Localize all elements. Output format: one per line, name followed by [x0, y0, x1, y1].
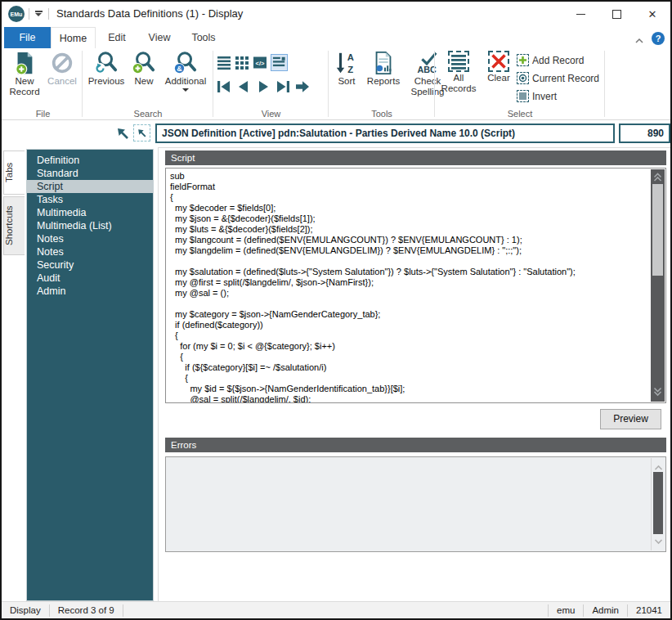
sidebar-item-security[interactable]: Security — [27, 258, 153, 272]
svg-text:Z: Z — [347, 65, 353, 74]
side-tab-shortcuts[interactable]: Shortcuts — [3, 196, 25, 255]
ribbon-tab-row: File Home Edit View Tools ? — [2, 27, 670, 48]
errors-panel-header: Errors — [165, 438, 666, 452]
script-editor[interactable]: sub fieldFormat { my $decoder = $fields[… — [165, 168, 666, 403]
sidebar-item-definition[interactable]: Definition — [27, 154, 153, 167]
collapse-ribbon-icon[interactable] — [634, 34, 644, 42]
maximize-button[interactable] — [598, 2, 634, 26]
sidebar-item-multimedia-list[interactable]: Multimedia (List) — [27, 219, 153, 232]
code-view-icon[interactable]: </> — [253, 55, 268, 70]
title-bar: EMu Standards Data Definitions (1) - Dis… — [2, 2, 670, 26]
search-previous-button[interactable]: Previous — [86, 51, 127, 87]
new-record-label: New Record — [6, 76, 43, 97]
current-record-icon — [517, 72, 529, 84]
clear-icon — [488, 51, 509, 72]
preview-button[interactable]: Preview — [600, 409, 661, 429]
quick-access-dropdown-icon[interactable] — [34, 11, 43, 17]
sidebar-item-multimedia[interactable]: Multimedia — [27, 206, 153, 219]
status-irn: 21041 — [627, 604, 670, 617]
sort-label: Sort — [338, 76, 355, 87]
svg-text:A: A — [347, 52, 354, 62]
errors-scrollbar-thumb[interactable] — [653, 472, 663, 534]
errors-scrollbar[interactable] — [651, 458, 665, 550]
sidebar-list: DefinitionStandardScriptTasksMultimediaM… — [26, 149, 154, 601]
sort-icon: A Z — [334, 51, 359, 75]
new-record-icon — [12, 51, 37, 75]
minimize-icon — [576, 14, 585, 15]
pointer-arrow-icon[interactable] — [115, 126, 130, 144]
tab-view[interactable]: View — [138, 27, 181, 48]
cancel-button[interactable]: Cancel — [45, 51, 79, 87]
sidebar-item-tasks[interactable]: Tasks — [27, 193, 153, 206]
select-mode-icon[interactable] — [133, 124, 150, 142]
sidebar-item-notes[interactable]: Notes — [27, 232, 153, 245]
svg-text:ABC: ABC — [417, 65, 437, 74]
group-label-search: Search — [83, 109, 213, 119]
script-panel-header: Script — [165, 151, 666, 165]
next-record-icon[interactable] — [254, 79, 272, 94]
errors-field[interactable] — [165, 456, 666, 552]
sidebar-item-standard[interactable]: Standard — [27, 167, 153, 180]
group-label-file: File — [3, 109, 83, 119]
invert-selection-button[interactable]: Invert — [517, 89, 557, 103]
script-scrollbar-thumb[interactable] — [652, 184, 663, 276]
grid-view-icon[interactable] — [235, 55, 250, 70]
svg-text:</>: </> — [256, 60, 265, 67]
search-additional-icon: & — [173, 51, 198, 75]
sidebar-item-admin[interactable]: Admin — [27, 285, 153, 298]
add-record-icon — [517, 54, 529, 66]
tab-file[interactable]: File — [4, 27, 51, 48]
side-tab-tabs[interactable]: Tabs — [3, 151, 25, 195]
new-record-button[interactable]: New Record — [6, 51, 43, 97]
clear-label: Clear — [487, 73, 509, 83]
clear-button[interactable]: Clear — [482, 51, 515, 83]
list-view-icon[interactable] — [217, 55, 232, 70]
goto-record-icon[interactable] — [293, 79, 311, 94]
script-scrollbar[interactable] — [651, 169, 665, 402]
scroll-down-icon[interactable] — [651, 385, 665, 400]
sort-button[interactable]: A Z Sort — [330, 51, 363, 87]
ribbon-group-search: Previous New & — [83, 48, 213, 119]
ribbon: New Record Cancel File — [2, 48, 670, 120]
select-mode-arrow-icon — [137, 128, 147, 138]
script-code[interactable]: sub fieldFormat { my $decoder = $fields[… — [166, 168, 665, 403]
details-view-selected[interactable] — [271, 54, 288, 71]
group-label-tools: Tools — [329, 109, 435, 119]
sidebar-item-script[interactable]: Script — [27, 180, 153, 193]
statement-summary[interactable]: JSON Definition [Active] pdn:Salutation … — [155, 124, 615, 143]
ribbon-group-file: New Record Cancel File — [3, 48, 83, 119]
previous-record-icon[interactable] — [235, 79, 253, 94]
status-record-position: Record 3 of 9 — [50, 604, 123, 617]
details-view-icon — [272, 56, 286, 70]
add-record-button[interactable]: Add Record — [517, 53, 584, 67]
all-records-icon — [448, 51, 469, 72]
tab-tools[interactable]: Tools — [181, 27, 226, 48]
titlebar-divider — [48, 8, 49, 20]
reports-label: Reports — [367, 76, 400, 87]
search-additional-button[interactable]: & Additional — [161, 51, 210, 92]
close-icon: ✕ — [648, 9, 657, 20]
search-new-button[interactable]: New — [128, 51, 159, 87]
help-button[interactable]: ? — [652, 32, 665, 45]
sidebar-item-notes[interactable]: Notes — [27, 245, 153, 258]
errors-scroll-down-icon[interactable] — [652, 534, 665, 549]
maximize-icon — [612, 10, 621, 19]
last-record-icon[interactable] — [274, 79, 292, 94]
current-record-button[interactable]: Current Record — [517, 71, 599, 85]
reports-button[interactable]: Reports — [364, 51, 403, 87]
first-record-icon[interactable] — [215, 79, 233, 94]
tab-edit[interactable]: Edit — [96, 27, 138, 48]
cancel-label: Cancel — [47, 76, 77, 87]
current-record-label: Current Record — [532, 73, 599, 84]
sidebar-item-audit[interactable]: Audit — [27, 272, 153, 285]
invert-selection-label: Invert — [532, 91, 557, 102]
close-button[interactable]: ✕ — [634, 2, 670, 26]
search-additional-label: Additional — [165, 76, 207, 87]
group-label-view: View — [213, 109, 329, 119]
all-records-button[interactable]: All Records — [438, 51, 479, 94]
minimize-button[interactable] — [562, 2, 598, 26]
tab-home[interactable]: Home — [51, 27, 96, 48]
status-database: emu — [548, 604, 583, 617]
window-title: Standards Data Definitions (1) - Display — [56, 2, 243, 26]
search-new-label: New — [134, 76, 153, 87]
